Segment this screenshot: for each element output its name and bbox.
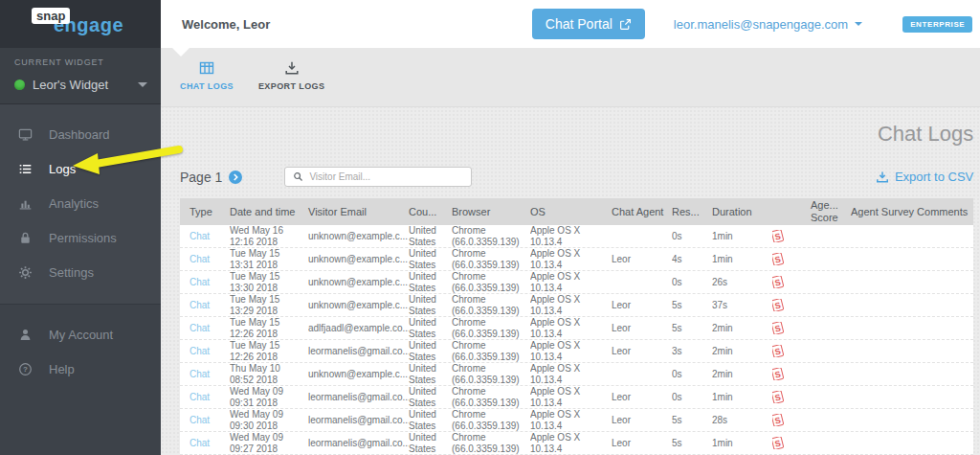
- transcript-stamp-icon[interactable]: S: [772, 345, 784, 357]
- chat-type-link[interactable]: Chat: [189, 438, 210, 448]
- plan-badge: ENTERPRISE: [902, 16, 972, 33]
- chat-portal-button[interactable]: Chat Portal: [532, 9, 645, 39]
- gear-icon: [18, 265, 33, 280]
- transcript-stamp-icon[interactable]: S: [772, 230, 784, 242]
- transcript-stamp-icon[interactable]: S: [772, 299, 784, 311]
- cell-response: 0s: [672, 392, 712, 403]
- sidebar-item-analytics[interactable]: Analytics: [0, 186, 161, 220]
- table-row[interactable]: Chat Tue May 15 13:31 2018 unknown@examp…: [180, 248, 973, 271]
- search-input[interactable]: [309, 171, 463, 182]
- cell-country: United States: [409, 386, 452, 409]
- table-row[interactable]: Chat Wed May 09 09:31 2018 leormanelis@g…: [180, 386, 973, 409]
- cell-country: United States: [409, 340, 452, 363]
- transcript-stamp-icon[interactable]: S: [772, 368, 784, 380]
- cell-browser: Chrome (66.0.3359.139): [452, 340, 530, 363]
- chat-type-link[interactable]: Chat: [189, 277, 210, 287]
- col-agent-score[interactable]: Age... Score: [811, 199, 851, 223]
- col-type[interactable]: Type: [189, 206, 230, 218]
- col-visitor-email[interactable]: Visitor Email: [308, 206, 409, 218]
- cell-duration: 28s: [712, 415, 772, 426]
- transcript-stamp-icon[interactable]: S: [772, 276, 784, 288]
- sidebar-item-logs[interactable]: Logs: [0, 151, 161, 186]
- transcript-stamp-icon[interactable]: S: [772, 437, 784, 449]
- chevron-down-icon: [855, 22, 862, 26]
- sidebar-nav: Dashboard Logs Analytics Permi: [0, 104, 161, 289]
- transcript-stamp-icon[interactable]: S: [772, 414, 784, 426]
- col-os[interactable]: OS: [530, 206, 612, 218]
- table-row[interactable]: Chat Tue May 15 13:29 2018 unknown@examp…: [180, 294, 973, 317]
- cell-chat-agent: Leor: [612, 438, 672, 449]
- download-icon: [876, 171, 889, 184]
- search-icon: [293, 171, 303, 182]
- col-chat-agent[interactable]: Chat Agent: [612, 206, 672, 218]
- widget-selector[interactable]: Leor's Widget: [0, 71, 161, 103]
- cell-country: United States: [409, 363, 452, 386]
- cell-visitor-email: leormanelis@gmail.co...: [308, 438, 409, 449]
- chat-type-link[interactable]: Chat: [189, 415, 210, 425]
- table-row[interactable]: Chat Thu May 10 08:52 2018 unknown@examp…: [180, 363, 973, 386]
- transcript-stamp-icon[interactable]: S: [772, 253, 784, 265]
- col-date-time[interactable]: Date and time: [230, 206, 308, 218]
- cell-os: Apple OS X 10.13.4: [530, 409, 612, 432]
- tab-chat-logs[interactable]: CHAT LOGS: [180, 48, 234, 106]
- sidebar-item-permissions[interactable]: Permissions: [0, 220, 161, 255]
- cell-chat-agent: Leor: [612, 415, 672, 426]
- chat-type-link[interactable]: Chat: [189, 369, 210, 379]
- table-row[interactable]: Chat Tue May 15 13:30 2018 unknown@examp…: [180, 271, 973, 294]
- sidebar-item-label: Settings: [49, 265, 94, 280]
- bar-chart-icon: [18, 196, 33, 211]
- tab-export-logs[interactable]: EXPORT LOGS: [258, 48, 324, 106]
- cell-response: 5s: [672, 323, 712, 334]
- transcript-stamp-icon[interactable]: S: [772, 391, 784, 403]
- sidebar-nav-secondary: My Account ? Help: [0, 304, 161, 455]
- sidebar-item-settings[interactable]: Settings: [0, 255, 161, 289]
- sidebar: snap engage CURRENT WIDGET Leor's Widget…: [0, 0, 161, 455]
- next-page-icon[interactable]: [229, 171, 242, 184]
- sidebar-item-my-account[interactable]: My Account: [0, 317, 161, 352]
- sidebar-item-help[interactable]: ? Help: [0, 352, 161, 386]
- cell-duration: 2min: [712, 323, 772, 334]
- tab-bar: CHAT LOGS EXPORT LOGS: [161, 48, 980, 107]
- logo-snap-text: snap: [32, 8, 70, 24]
- cell-country: United States: [409, 432, 452, 455]
- col-country[interactable]: Cou...: [409, 206, 452, 218]
- svg-text:?: ?: [23, 365, 28, 374]
- chat-type-link[interactable]: Chat: [189, 300, 210, 310]
- chat-type-link[interactable]: Chat: [189, 392, 210, 402]
- col-duration[interactable]: Duration: [712, 206, 772, 218]
- export-to-csv-link[interactable]: Export to CSV: [876, 170, 973, 184]
- cell-date-time: Tue May 15 13:29 2018: [230, 294, 308, 317]
- tabbar-notch: [172, 48, 189, 57]
- cell-response: 5s: [672, 438, 712, 449]
- lock-icon: [18, 231, 33, 245]
- cell-duration: 2min: [712, 346, 772, 357]
- cell-duration: 1min: [712, 392, 772, 403]
- cell-browser: Chrome (66.0.3359.139): [452, 248, 530, 271]
- chat-type-link[interactable]: Chat: [189, 323, 210, 333]
- visitor-email-search[interactable]: [284, 167, 472, 187]
- table-row[interactable]: Chat Tue May 15 12:26 2018 leormanelis@g…: [180, 340, 973, 363]
- chat-type-link[interactable]: Chat: [189, 231, 210, 241]
- cell-os: Apple OS X 10.13.4: [530, 432, 612, 455]
- cell-duration: 1min: [712, 438, 772, 449]
- table-row[interactable]: Chat Tue May 15 12:26 2018 adlfjaadl@exa…: [180, 317, 973, 340]
- cell-browser: Chrome (66.0.3359.139): [452, 386, 530, 409]
- brand-logo[interactable]: snap engage: [0, 0, 161, 48]
- chat-type-link[interactable]: Chat: [189, 254, 210, 264]
- cell-date-time: Wed May 09 09:30 2018: [230, 409, 308, 432]
- cell-visitor-email: unknown@example.c...: [308, 231, 409, 242]
- cell-os: Apple OS X 10.13.4: [530, 340, 612, 363]
- sidebar-item-dashboard[interactable]: Dashboard: [0, 117, 161, 151]
- table-row[interactable]: Chat Wed May 09 09:30 2018 leormanelis@g…: [180, 409, 973, 432]
- col-survey-comments[interactable]: Agent Survey Comments: [851, 206, 973, 218]
- col-browser[interactable]: Browser: [452, 206, 530, 218]
- table-row[interactable]: Chat Wed May 09 09:27 2018 leormanelis@g…: [180, 432, 973, 455]
- transcript-stamp-icon[interactable]: S: [772, 322, 784, 334]
- account-menu[interactable]: leor.manelis@snapengage.com: [674, 17, 862, 32]
- table-row[interactable]: Chat Wed May 16 12:16 2018 unknown@examp…: [180, 225, 973, 248]
- cell-response: 5s: [672, 300, 712, 311]
- chat-type-link[interactable]: Chat: [189, 346, 210, 356]
- cell-os: Apple OS X 10.13.4: [530, 363, 612, 386]
- col-response[interactable]: Res...: [672, 206, 712, 218]
- cell-date-time: Wed May 09 09:27 2018: [230, 432, 308, 455]
